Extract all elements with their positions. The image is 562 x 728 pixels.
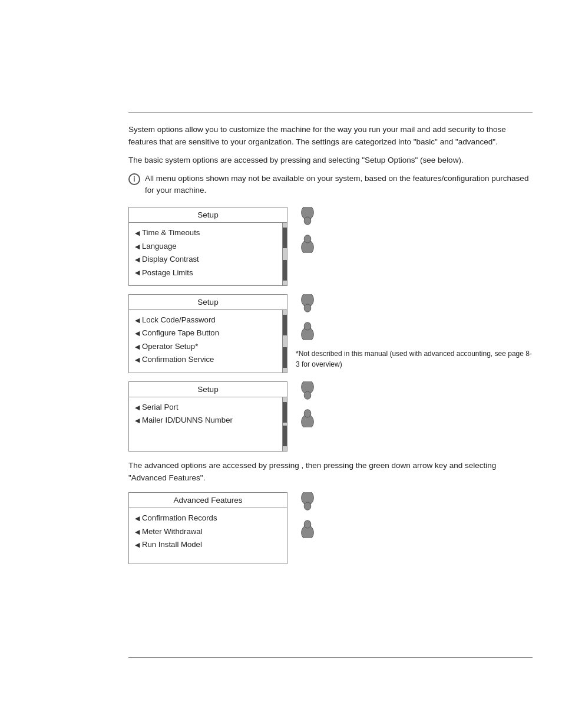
down-button-3[interactable] xyxy=(299,407,316,427)
svg-rect-11 xyxy=(304,410,310,417)
list-item: ◀ Confirmation Service xyxy=(135,353,276,366)
nav-buttons-2 xyxy=(299,294,316,340)
svg-rect-9 xyxy=(304,391,310,399)
svg-rect-13 xyxy=(304,502,310,510)
down-arrow-icon xyxy=(299,518,316,538)
item-label: Operator Setup* xyxy=(142,340,198,353)
arrow-icon: ◀ xyxy=(135,254,140,265)
setup-box-1-header: Setup xyxy=(129,207,287,223)
arrow-icon: ◀ xyxy=(135,402,140,413)
footnote-text: *Not described in this manual (used with… xyxy=(296,348,533,370)
item-label: Language xyxy=(142,240,177,253)
list-item: ◀ Lock Code/Password xyxy=(135,314,276,327)
item-label: Confirmation Service xyxy=(142,353,214,366)
scrollbar-thumb-top xyxy=(283,315,287,335)
list-item: ◀ Serial Port xyxy=(135,401,276,414)
up-button-advanced[interactable] xyxy=(299,492,316,512)
down-arrow-icon xyxy=(299,320,316,340)
arrow-icon: ◀ xyxy=(135,315,140,326)
content-area: System options allow you to customize th… xyxy=(128,124,533,572)
arrow-icon: ◀ xyxy=(135,526,140,538)
list-item: ◀ Operator Setup* xyxy=(135,340,276,353)
scrollbar-2 xyxy=(282,310,287,373)
advanced-box-body: ◀ Confirmation Records ◀ Meter Withdrawa… xyxy=(129,508,287,563)
list-item: ◀ Run Install Model xyxy=(135,538,281,551)
top-rule xyxy=(128,112,533,113)
list-item: ◀ Meter Withdrawal xyxy=(135,525,281,538)
up-arrow-icon xyxy=(299,207,316,227)
setup-box-2: Setup ◀ Lock Code/Password ◀ Configure T… xyxy=(128,294,287,373)
item-label: Display Contrast xyxy=(142,253,199,266)
setup-box-2-header: Setup xyxy=(129,295,287,310)
up-arrow-icon xyxy=(299,381,316,401)
list-item: ◀ Language xyxy=(135,240,276,253)
svg-rect-7 xyxy=(304,322,310,330)
svg-rect-15 xyxy=(304,521,310,528)
bottom-rule xyxy=(128,657,533,658)
arrow-icon: ◀ xyxy=(135,267,140,278)
setup-box-3: Setup ◀ Serial Port ◀ Mailer ID/DUNNS Nu… xyxy=(128,381,287,452)
down-button-advanced[interactable] xyxy=(299,518,316,538)
arrow-icon: ◀ xyxy=(135,228,140,239)
down-arrow-icon xyxy=(299,233,316,253)
item-label: Run Install Model xyxy=(142,538,202,551)
item-label: Meter Withdrawal xyxy=(142,525,203,538)
scrollbar-thumb-bottom xyxy=(283,347,287,368)
arrow-icon: ◀ xyxy=(135,241,140,252)
info-icon: i xyxy=(128,173,140,185)
setup-box-2-body: ◀ Lock Code/Password ◀ Configure Tape Bu… xyxy=(129,310,282,373)
setup-box-3-header: Setup xyxy=(129,382,287,397)
up-arrow-icon xyxy=(299,492,316,512)
scrollbar-thumb-bottom xyxy=(283,426,287,446)
arrow-icon: ◀ xyxy=(135,415,140,426)
item-label: Mailer ID/DUNNS Number xyxy=(142,414,233,427)
down-button-1[interactable] xyxy=(299,233,316,253)
list-item: ◀ Confirmation Records xyxy=(135,512,281,525)
down-arrow-icon xyxy=(299,407,316,427)
page: System options allow you to customize th… xyxy=(0,0,562,728)
footnote-area: *Not described in this manual (used with… xyxy=(296,346,533,370)
setup-section-1: Setup ◀ Time & Timeouts ◀ Language ◀ xyxy=(128,207,533,286)
nav-buttons-1 xyxy=(299,207,316,253)
up-button-3[interactable] xyxy=(299,381,316,401)
svg-rect-3 xyxy=(304,235,310,243)
item-label: Lock Code/Password xyxy=(142,314,216,327)
advanced-box: Advanced Features ◀ Confirmation Records… xyxy=(128,492,287,564)
note-text: All menu options shown may not be availa… xyxy=(145,173,533,197)
setup-section-3: Setup ◀ Serial Port ◀ Mailer ID/DUNNS Nu… xyxy=(128,381,533,452)
scrollbar-thumb-top xyxy=(283,228,287,248)
arrow-icon: ◀ xyxy=(135,513,140,524)
nav-buttons-advanced xyxy=(299,492,316,538)
scrollbar-1 xyxy=(282,223,287,285)
arrow-icon: ◀ xyxy=(135,328,140,339)
svg-rect-5 xyxy=(304,304,310,312)
list-item: ◀ Display Contrast xyxy=(135,253,276,266)
nav-buttons-3 xyxy=(299,381,316,427)
intro-paragraph-2: The basic system options are accessed by… xyxy=(128,154,533,167)
setup-box-1: Setup ◀ Time & Timeouts ◀ Language ◀ xyxy=(128,207,287,286)
down-button-2[interactable] xyxy=(299,320,316,340)
arrow-icon: ◀ xyxy=(135,354,140,365)
arrow-icon: ◀ xyxy=(135,539,140,551)
item-label: Confirmation Records xyxy=(142,512,217,525)
svg-rect-1 xyxy=(304,217,310,225)
up-button-2[interactable] xyxy=(299,294,316,314)
advanced-box-header: Advanced Features xyxy=(129,493,287,508)
setup-section-2: Setup ◀ Lock Code/Password ◀ Configure T… xyxy=(128,294,533,373)
scrollbar-thumb-bottom xyxy=(283,260,287,281)
advanced-section: Advanced Features ◀ Confirmation Records… xyxy=(128,492,533,564)
scrollbar-thumb-top xyxy=(283,402,287,423)
setup-box-3-body: ◀ Serial Port ◀ Mailer ID/DUNNS Number xyxy=(129,397,282,451)
scrollbar-3 xyxy=(282,397,287,451)
list-item: ◀ Time & Timeouts xyxy=(135,226,276,239)
intro-paragraph-1: System options allow you to customize th… xyxy=(128,124,533,149)
item-label: Time & Timeouts xyxy=(142,226,200,239)
advanced-intro-text: The advanced options are accessed by pre… xyxy=(128,460,533,485)
list-item: ◀ Mailer ID/DUNNS Number xyxy=(135,414,276,427)
item-label: Configure Tape Button xyxy=(142,327,219,340)
item-label: Postage Limits xyxy=(142,266,193,279)
note-row: i All menu options shown may not be avai… xyxy=(128,173,533,197)
up-button-1[interactable] xyxy=(299,207,316,227)
item-label: Serial Port xyxy=(142,401,178,414)
setup-box-1-body: ◀ Time & Timeouts ◀ Language ◀ Display C… xyxy=(129,223,282,285)
